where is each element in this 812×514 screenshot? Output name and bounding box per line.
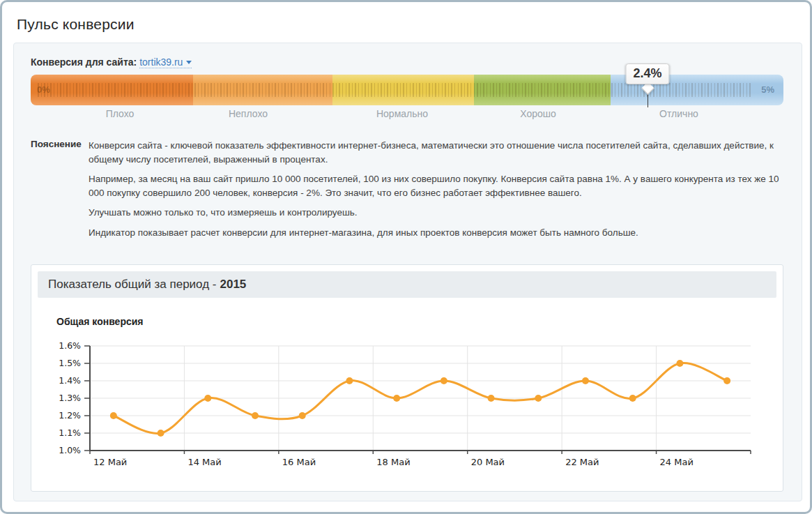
zone-label-good: Хорошо: [520, 108, 556, 119]
site-selector-link[interactable]: tortik39.ru: [139, 56, 192, 68]
svg-text:1.3%: 1.3%: [59, 393, 81, 403]
conversion-panel: Конверсия для сайта: tortik39.ru 0% 5% 2…: [13, 43, 802, 501]
svg-text:1.0%: 1.0%: [59, 445, 81, 455]
zone-label-normal: Нормально: [376, 108, 428, 119]
gauge-segment-normal: [332, 75, 474, 105]
svg-text:18 Май: 18 Май: [376, 457, 410, 467]
gauge-min-label: 0%: [37, 84, 50, 95]
zone-label-not-bad: Неплохо: [229, 108, 268, 119]
chart-card: Показатель общий за период - 2015 Общая …: [31, 264, 783, 492]
svg-text:1.1%: 1.1%: [59, 428, 81, 438]
zone-label-bad: Плохо: [106, 108, 135, 119]
svg-text:12 Май: 12 Май: [93, 457, 127, 467]
explanation-paragraph: Улучшать можно только то, что измеряешь …: [89, 206, 783, 220]
site-selector-row: Конверсия для сайта: tortik39.ru: [31, 56, 783, 70]
chart-period-title: Показатель общий за период -: [48, 278, 216, 292]
page-title: Пульс конверсии: [17, 16, 810, 33]
gauge-bar: [31, 75, 783, 105]
site-name: tortik39.ru: [139, 56, 183, 68]
svg-text:20 Май: 20 Май: [471, 457, 505, 467]
dropdown-caret-icon: [186, 61, 192, 64]
explanation-text: Конверсия сайта - ключевой показатель эф…: [89, 139, 783, 245]
gauge-zone-labels: Плохо Неплохо Нормально Хорошо Отлично: [31, 108, 783, 123]
svg-text:24 Май: 24 Май: [660, 457, 694, 467]
chart-period-year: 2015: [220, 278, 246, 292]
conversion-gauge: 0% 5% 2.4%: [31, 75, 783, 105]
marker-value-tooltip: 2.4%: [625, 63, 669, 84]
svg-text:1.4%: 1.4%: [59, 375, 81, 386]
explanation-label: Пояснение: [31, 139, 89, 245]
gauge-segment-good: [474, 75, 611, 105]
svg-text:14 Май: 14 Май: [187, 457, 221, 467]
explanation-paragraph: Например, за месяц на ваш сайт пришло 10…: [89, 172, 783, 199]
conversion-line-chart: 1.0%1.1%1.2%1.3%1.4%1.5%1.6%12 Май14 Май…: [31, 333, 786, 483]
conversion-pulse-page: { "page": { "title": "Пульс конверсии" }…: [0, 0, 812, 514]
explanation-paragraph: Конверсия сайта - ключевой показатель эф…: [89, 139, 783, 166]
svg-text:16 Май: 16 Май: [282, 457, 316, 467]
svg-text:1.2%: 1.2%: [59, 410, 81, 421]
explanation-paragraph: Индикатор показывает расчет конверсии дл…: [89, 226, 783, 240]
site-selector-label: Конверсия для сайта:: [31, 56, 137, 68]
chart-title: Общая конверсия: [56, 316, 783, 327]
svg-text:1.6%: 1.6%: [59, 340, 81, 351]
chart-period-header: Показатель общий за период - 2015: [38, 271, 776, 298]
svg-text:22 Май: 22 Май: [565, 457, 599, 467]
gauge-segment-not-bad: [193, 75, 332, 105]
zone-label-excellent: Отлично: [659, 108, 698, 119]
explanation-section: Пояснение Конверсия сайта - ключевой пок…: [31, 139, 783, 245]
svg-text:1.5%: 1.5%: [59, 358, 81, 368]
gauge-segment-bad: [31, 75, 193, 105]
gauge-max-label: 5%: [761, 84, 774, 95]
